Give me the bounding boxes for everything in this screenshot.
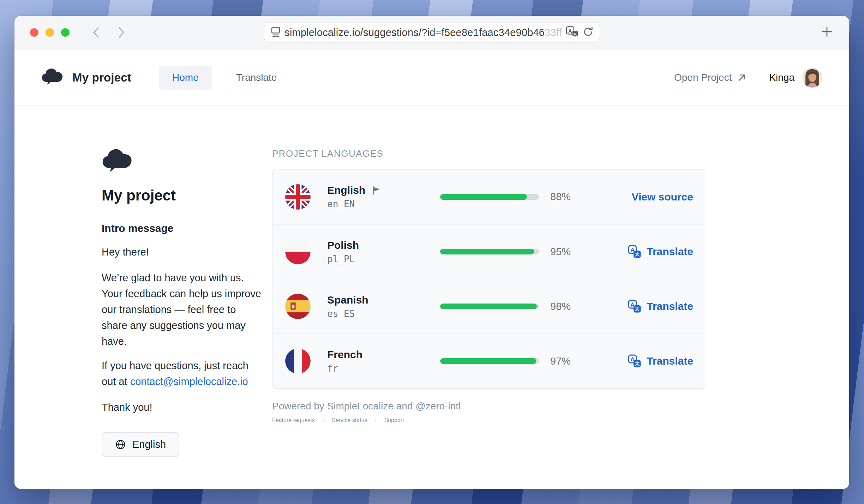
address-bar[interactable]: simplelocalize.io/suggestions/?id=f5ee8e… [264,22,600,43]
contact-email-link[interactable]: contact@simplelocalize.io [130,376,248,387]
progress-percent: 98% [550,301,580,312]
url-text[interactable]: simplelocalize.io/suggestions/?id=f5ee8e… [281,27,565,38]
forward-button[interactable] [117,25,126,40]
languages-card: English en_EN 88% View source [272,169,706,389]
intro-greeting: Hey there! [102,244,261,260]
intro-heading: Intro message [102,222,261,234]
intro-thanks: Thank you! [102,400,261,415]
progress-bar [440,249,539,254]
globe-icon [115,439,126,450]
external-arrow-icon [737,73,746,82]
window-controls [30,28,70,37]
view-source-link[interactable]: View source [631,191,693,203]
powered-by-text: Powered by SimpleLocalize and @zero-intl [272,401,706,412]
tab-translate[interactable]: Translate [223,66,290,90]
intro-panel: My project Intro message Hey there! We’r… [102,148,261,489]
spain-flag-icon [285,294,311,319]
uk-flag-icon [285,184,311,210]
site-settings-icon[interactable] [270,26,281,39]
minimize-window-button[interactable] [46,28,54,37]
main-nav: Home Translate [159,66,290,90]
translate-icon: A [628,354,642,368]
dot-separator: · [374,415,377,425]
browser-toolbar: simplelocalize.io/suggestions/?id=f5ee8e… [14,16,849,49]
feature-requests-link[interactable]: Feature requests [272,417,315,424]
language-row-spanish: Spanish es_ES 98% A Tran [272,279,706,334]
footer-links: Feature requests · Service status · Supp… [272,415,706,425]
page-content: My project Home Translate Open Project K… [14,49,849,489]
reload-icon[interactable] [582,26,594,39]
language-name: English [327,184,365,196]
progress-bar [440,358,539,364]
france-flag-icon [285,348,311,374]
new-tab-button[interactable] [820,25,834,40]
open-project-link[interactable]: Open Project [674,72,746,83]
progress-bar [440,304,539,309]
language-row-french: French fr 97% A Translat [272,334,706,388]
tab-home[interactable]: Home [159,66,212,90]
default-language-flag-icon [372,186,381,195]
progress-percent: 95% [550,246,580,258]
language-name: French [327,349,362,361]
progress-bar [440,194,539,200]
intro-paragraph: We’re glad to have you with us. Your fee… [102,270,261,349]
project-title: My project [72,71,131,84]
language-code: en_EN [327,199,440,209]
translate-link[interactable]: A Translate [628,354,693,368]
languages-panel: PROJECT LANGUAGES [272,148,706,489]
intro-project-title: My project [102,187,261,204]
zoom-window-button[interactable] [61,28,70,37]
translate-page-icon[interactable]: A [565,25,578,40]
avatar[interactable] [802,67,822,88]
language-name: Spanish [327,294,368,306]
back-button[interactable] [91,25,101,40]
dot-separator: · [322,415,325,425]
language-code: es_ES [327,308,440,319]
translate-link[interactable]: A Translate [628,299,693,313]
poland-flag-icon [285,239,311,264]
browser-window: simplelocalize.io/suggestions/?id=f5ee8e… [14,16,849,489]
cloud-logo-large-icon [102,148,261,175]
language-name: Polish [327,239,359,251]
language-switcher-button[interactable]: English [102,432,179,457]
language-code: fr [327,363,440,374]
translate-icon: A [628,299,642,313]
support-link[interactable]: Support [384,417,404,424]
site-header: My project Home Translate Open Project K… [14,49,849,106]
user-name: Kinga [769,72,794,83]
language-row-english: English en_EN 88% View source [272,169,706,224]
progress-percent: 88% [550,191,580,203]
section-title: PROJECT LANGUAGES [272,148,706,159]
language-row-polish: Polish pl_PL 95% A Trans [272,224,706,279]
translate-link[interactable]: A Translate [628,245,693,259]
cloud-logo-icon [41,68,64,88]
language-code: pl_PL [327,254,440,264]
service-status-link[interactable]: Service status [332,417,367,424]
translate-icon: A [628,245,642,259]
close-window-button[interactable] [30,28,38,37]
intro-contact-line: If you have questions, just reach out at… [102,358,261,390]
progress-percent: 97% [550,355,580,367]
svg-text:A: A [568,28,572,34]
